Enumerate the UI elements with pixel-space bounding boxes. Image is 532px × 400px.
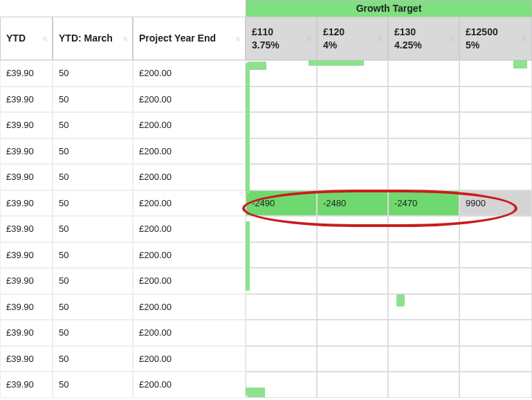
cell-growth-0: -2490 [246,190,317,217]
col-header-growth-3[interactable]: £12500 5% ↑↓ [459,17,532,60]
sort-icon[interactable]: ↑↓ [122,35,127,42]
cell-growth-3 [459,346,532,372]
cell-ytd: £39.90 [0,268,53,294]
cell-project-year-end: £200.00 [133,268,246,294]
cell-growth-2 [388,216,459,242]
cell-ytd: £39.90 [0,294,53,320]
cell-project-year-end: £200.00 [133,216,246,242]
cell-project-year-end: £200.00 [133,294,246,320]
cell-growth-1 [317,216,388,242]
cell-ytd-march: 50 [53,294,133,320]
cell-growth-2 [388,268,459,294]
cell-ytd: £39.90 [0,216,53,242]
cell-growth-1 [317,320,388,346]
cell-growth-0 [246,87,317,113]
col-header-label: £110 3.75% [252,26,304,51]
col-header-label: £120 4% [323,26,375,51]
table-row: £39.9050£200.00 [0,138,532,165]
col-header-label: Project Year End [139,32,232,44]
cell-growth-3 [459,216,532,242]
sort-icon[interactable]: ↑↓ [306,35,311,42]
col-header-label: YTD [6,32,39,44]
cell-ytd-march: 50 [53,320,133,346]
sort-icon[interactable]: ↑↓ [522,35,526,42]
cell-growth-0 [246,112,317,138]
cell-growth-2 [388,112,459,138]
cell-growth-2 [388,87,459,113]
sort-icon[interactable]: ↑↓ [235,35,239,42]
cell-project-year-end: £200.00 [133,346,246,372]
cell-growth-1 [317,294,388,320]
col-header-project-year-end[interactable]: Project Year End ↑↓ [133,17,246,60]
cell-growth-1 [317,87,388,113]
table-body: £39.9050£200.00£39.9050£200.00£39.9050£2… [0,60,532,398]
cell-project-year-end: £200.00 [133,138,246,165]
cell-ytd: £39.90 [0,60,53,87]
cell-growth-1 [317,268,388,294]
cell-ytd-march: 50 [53,138,133,165]
cell-growth-1 [317,372,388,398]
cell-project-year-end: £200.00 [133,164,246,190]
col-header-growth-2[interactable]: £130 4.25% ↑↓ [388,17,459,60]
cell-project-year-end: £200.00 [133,112,246,138]
cell-growth-0 [246,242,317,269]
cell-growth-3 [459,87,532,113]
cell-growth-3 [459,164,532,190]
cell-ytd-march: 50 [53,164,133,190]
cell-ytd: £39.90 [0,138,53,165]
col-header-label: £12500 5% [466,26,519,51]
table-row: £39.9050£200.00 [0,112,532,138]
cell-ytd-march: 50 [53,60,133,87]
cell-ytd: £39.90 [0,346,53,372]
table-row: £39.9050£200.00 [0,320,532,346]
cell-growth-1 [317,112,388,138]
cell-ytd: £39.90 [0,164,53,190]
col-header-ytd[interactable]: YTD ↑↓ [0,17,53,60]
cell-growth-2 [388,60,459,87]
sort-icon[interactable]: ↑↓ [449,35,453,42]
table-header-row: YTD ↑↓ YTD: March ↑↓ Project Year End ↑↓… [0,17,532,60]
cell-growth-3 [459,320,532,346]
col-header-ytd-march[interactable]: YTD: March ↑↓ [53,17,133,60]
cell-growth-3 [459,294,532,320]
cell-growth-0 [246,320,317,346]
col-header-growth-0[interactable]: £110 3.75% ↑↓ [246,17,317,60]
cell-ytd-march: 50 [53,112,133,138]
cell-growth-3 [459,112,532,138]
sort-icon[interactable]: ↑↓ [42,35,46,42]
sort-icon[interactable]: ↑↓ [378,35,382,42]
cell-ytd-march: 50 [53,268,133,294]
cell-growth-2 [388,138,459,165]
cell-ytd: £39.90 [0,87,53,113]
cell-ytd-march: 50 [53,242,133,269]
cell-growth-1 [317,138,388,165]
cell-growth-1: -2480 [317,190,388,217]
cell-growth-0 [246,294,317,320]
cell-ytd: £39.90 [0,372,53,398]
cell-project-year-end: £200.00 [133,60,246,87]
cell-growth-3 [459,60,532,87]
cell-growth-2 [388,164,459,190]
cell-growth-1 [317,164,388,190]
table-row: £39.9050£200.00 [0,164,532,190]
col-header-label: £130 4.25% [394,26,446,51]
cell-growth-3: 9900 [459,190,532,217]
table-row: £39.9050£200.00 [0,216,532,242]
growth-target-header: Growth Target [246,0,532,17]
cell-ytd-march: 50 [53,216,133,242]
cell-growth-3 [459,138,532,165]
cell-growth-0 [246,372,317,398]
cell-growth-3 [459,372,532,398]
cell-growth-1 [317,346,388,372]
cell-growth-2: -2470 [388,190,459,217]
cell-growth-3 [459,268,532,294]
table-row: £39.9050£200.00 [0,242,532,269]
cell-growth-1 [317,242,388,269]
cell-ytd-march: 50 [53,346,133,372]
cell-growth-0 [246,60,317,87]
table-row: £39.9050£200.00 [0,372,532,398]
cell-growth-2 [388,320,459,346]
col-header-growth-1[interactable]: £120 4% ↑↓ [317,17,388,60]
cell-ytd: £39.90 [0,320,53,346]
cell-growth-2 [388,294,459,320]
